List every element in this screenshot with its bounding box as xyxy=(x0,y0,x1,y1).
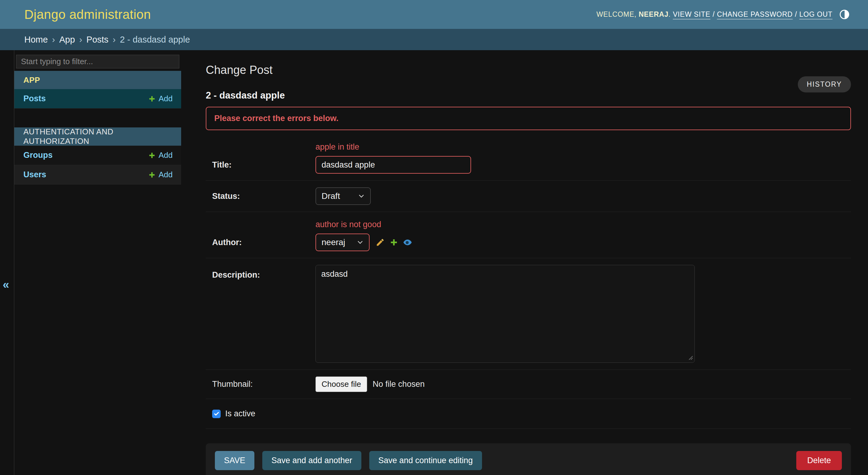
plus-add-icon[interactable] xyxy=(389,238,398,247)
breadcrumb-home[interactable]: Home xyxy=(24,35,48,45)
breadcrumb-current: 2 - dasdasd apple xyxy=(120,35,190,45)
username: NEERAJ xyxy=(639,10,668,19)
page-title: Change Post xyxy=(206,64,851,77)
related-widget-icons xyxy=(376,238,412,247)
form-row-title: apple in title Title: xyxy=(206,135,851,181)
sidebar-section-title-auth: AUTHENTICATION AND AUTHORIZATION xyxy=(14,127,181,146)
delete-button[interactable]: Delete xyxy=(796,451,842,470)
status-select[interactable]: Draft xyxy=(315,187,371,205)
is-active-label: Is active xyxy=(225,409,255,418)
submit-row: SAVE Save and add another Save and conti… xyxy=(206,443,851,475)
author-label: Author: xyxy=(212,238,315,247)
resize-grip-icon[interactable] xyxy=(687,354,693,360)
add-users-link[interactable]: Add xyxy=(148,170,173,179)
choose-file-button[interactable]: Choose file xyxy=(315,377,367,392)
sidebar-filter-input[interactable] xyxy=(16,55,179,68)
user-tools: WELCOME, NEERAJ . VIEW SITE / CHANGE PAS… xyxy=(597,10,849,19)
site-title[interactable]: Django administration xyxy=(24,7,151,22)
breadcrumb-app[interactable]: App xyxy=(59,35,75,45)
form-row-thumbnail: Thumbnail: Choose file No file chosen xyxy=(206,370,851,399)
plus-add-icon xyxy=(148,95,156,103)
checkmark-icon xyxy=(213,411,220,417)
user-tools-separator: / xyxy=(793,10,799,19)
user-tools-separator: / xyxy=(710,10,717,19)
plus-add-icon xyxy=(148,171,156,179)
title-field-error: apple in title xyxy=(315,142,851,152)
save-button[interactable]: SAVE xyxy=(215,451,254,470)
change-form: apple in title Title: Status: Draft xyxy=(206,135,851,429)
breadcrumb: Home › App › Posts › 2 - dasdasd apple xyxy=(0,29,868,50)
sidebar-section-title-app: APP xyxy=(14,71,181,89)
sidebar-item-users[interactable]: Users Add xyxy=(14,165,181,185)
main-content: Change Post HISTORY 2 - dasdasd apple Pl… xyxy=(181,50,868,475)
breadcrumb-separator: › xyxy=(79,35,82,45)
welcome-period: . xyxy=(669,10,673,19)
users-link[interactable]: Users xyxy=(23,170,46,179)
pencil-edit-icon[interactable] xyxy=(376,238,385,247)
change-password-link[interactable]: CHANGE PASSWORD xyxy=(717,10,793,19)
thumbnail-label: Thumbnail: xyxy=(212,380,315,389)
sidebar-item-groups[interactable]: Groups Add xyxy=(14,146,181,165)
error-banner: Please correct the errors below. xyxy=(206,107,851,130)
sidebar: APP Posts Add AUTHENTICATION AND AUTHORI… xyxy=(14,50,181,475)
groups-link[interactable]: Groups xyxy=(23,151,53,160)
view-site-link[interactable]: VIEW SITE xyxy=(673,10,711,19)
add-posts-link[interactable]: Add xyxy=(148,94,173,103)
breadcrumb-separator: › xyxy=(52,35,55,45)
title-label: Title: xyxy=(212,160,315,170)
description-textarea[interactable]: asdasd xyxy=(315,265,695,363)
status-selected-value: Draft xyxy=(321,191,340,201)
is-active-checkbox[interactable] xyxy=(212,410,221,418)
log-out-link[interactable]: LOG OUT xyxy=(799,10,832,19)
sidebar-collapse-icon[interactable]: « xyxy=(3,279,9,290)
breadcrumb-separator: › xyxy=(113,35,116,45)
add-label: Add xyxy=(159,94,173,103)
title-input[interactable] xyxy=(315,156,471,174)
form-row-author: author is not good Author: neeraj xyxy=(206,212,851,258)
save-and-continue-editing-button[interactable]: Save and continue editing xyxy=(369,451,482,470)
sidebar-collapse-strip: « xyxy=(0,50,14,475)
author-select[interactable]: neeraj xyxy=(315,234,370,251)
form-row-status: Status: Draft xyxy=(206,181,851,212)
file-input-widget: Choose file No file chosen xyxy=(315,377,425,392)
posts-link[interactable]: Posts xyxy=(23,94,46,103)
description-label: Description: xyxy=(212,265,315,280)
sidebar-section-app: APP Posts Add xyxy=(14,71,181,109)
history-button[interactable]: HISTORY xyxy=(798,76,851,92)
form-row-is-active: Is active xyxy=(206,399,851,429)
object-title: 2 - dasdasd apple xyxy=(206,90,851,101)
add-groups-link[interactable]: Add xyxy=(148,151,173,160)
author-selected-value: neeraj xyxy=(321,237,345,247)
chevron-down-icon xyxy=(358,192,365,200)
welcome-text: WELCOME, xyxy=(597,10,639,19)
form-row-description: Description: asdasd xyxy=(206,258,851,370)
plus-add-icon xyxy=(148,151,156,159)
theme-toggle-icon[interactable] xyxy=(840,10,849,19)
chevron-down-icon xyxy=(356,238,364,246)
author-field-error: author is not good xyxy=(315,220,851,229)
add-label: Add xyxy=(159,151,173,160)
eye-view-icon[interactable] xyxy=(403,238,412,247)
sidebar-item-posts[interactable]: Posts Add xyxy=(14,89,181,109)
admin-header: Django administration WELCOME, NEERAJ . … xyxy=(0,0,868,29)
breadcrumb-posts[interactable]: Posts xyxy=(86,35,108,45)
sidebar-section-auth: AUTHENTICATION AND AUTHORIZATION Groups … xyxy=(14,127,181,185)
add-label: Add xyxy=(159,170,173,179)
file-status-text: No file chosen xyxy=(373,380,425,389)
save-and-add-another-button[interactable]: Save and add another xyxy=(262,451,361,470)
status-label: Status: xyxy=(212,191,315,201)
